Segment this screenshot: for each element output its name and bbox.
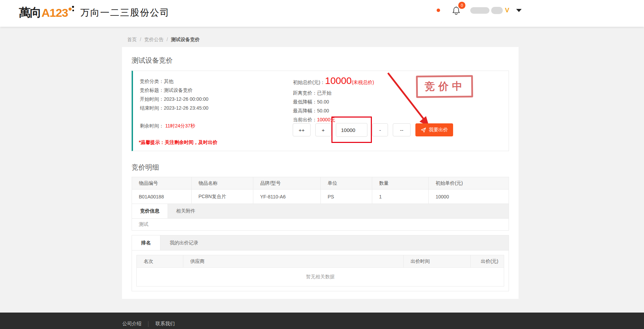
field-min-decrement: 最低降幅：50.00 xyxy=(293,97,374,106)
col-initial-unit-price: 初始单价(元) xyxy=(429,177,509,190)
page-footer: 公司介绍 │ 联系我们 Copyright © 2020 万向一二三股份公司. … xyxy=(0,313,644,329)
detail-section-title: 竞价明细 xyxy=(132,163,509,172)
chevron-down-icon xyxy=(516,9,522,12)
empty-state-text: 暂无相关数据 xyxy=(137,268,504,287)
bidding-in-progress-stamp: 竞价中 xyxy=(416,75,473,98)
bid-controls: ++ + - -- 我要出价 xyxy=(293,123,453,137)
col-unit: 单位 xyxy=(321,177,372,190)
company-logo[interactable]: 萬向 A123 万向一二三股份公司 xyxy=(19,5,170,21)
warm-tip: *温馨提示：关注剩余时间，及时出价 xyxy=(139,139,217,146)
breadcrumb-separator: / xyxy=(140,37,141,43)
breadcrumb: 首页 / 竞价公告 / 测试设备竞价 xyxy=(122,27,519,43)
initial-total-value: 10000 xyxy=(325,75,352,86)
tab-ranking[interactable]: 排名 xyxy=(132,235,160,250)
col-item-no: 物品编号 xyxy=(132,177,192,190)
field-distance: 距离竞价：已开始 xyxy=(293,88,374,97)
breadcrumb-current: 测试设备竞价 xyxy=(171,37,200,43)
notification-badge: 0 xyxy=(458,2,465,9)
field-max-decrement: 最高降幅：50.00 xyxy=(293,106,374,115)
breadcrumb-separator: / xyxy=(167,37,168,43)
ranking-empty-row: 暂无相关数据 xyxy=(137,268,504,287)
ranking-table: 名次 供应商 出价时间 出价(元) 暂无相关数据 xyxy=(136,255,504,287)
redacted-username-2 xyxy=(491,7,503,14)
col-bid-amount: 出价(元) xyxy=(471,255,504,268)
footer-divider: │ xyxy=(147,321,150,327)
col-bid-time: 出价时间 xyxy=(404,255,471,268)
bid-amount-input[interactable] xyxy=(336,123,367,137)
status-dot xyxy=(437,9,440,12)
logo-dots-icon xyxy=(68,7,75,19)
cell-item-name: PCBN复合片 xyxy=(192,190,253,204)
field-start-time: 开始时间：2023-12-26 00:00:00 xyxy=(140,95,208,103)
tab-bid-info[interactable]: 竞价信息 xyxy=(132,204,168,218)
logo-en-text: A123 xyxy=(41,6,68,20)
submit-bid-button[interactable]: 我要出价 xyxy=(415,123,453,136)
col-brand-model: 品牌/型号 xyxy=(253,177,321,190)
cell-brand-model: YF-8110-A6 xyxy=(253,190,321,204)
detail-table: 物品编号 物品名称 品牌/型号 单位 数量 初始单价(元) B01A00188 … xyxy=(132,177,509,204)
app-header: 萬向 A123 万向一二三股份公司 0 V xyxy=(0,0,644,27)
footer-links: 公司介绍 │ 联系我们 xyxy=(122,321,644,327)
cell-initial-unit-price: 10000 xyxy=(429,190,509,204)
company-name: 万向一二三股份公司 xyxy=(80,7,170,19)
cell-unit: PS xyxy=(321,190,372,204)
ranking-tabbar: 排名 我的出价记录 xyxy=(132,235,509,251)
increase-button[interactable]: + xyxy=(315,123,331,136)
logo-cn-text: 萬向 xyxy=(19,5,41,21)
bid-input-wrap xyxy=(336,123,367,137)
send-icon xyxy=(421,127,426,133)
detail-table-row: B01A00188 PCBN复合片 YF-8110-A6 PS 1 10000 xyxy=(132,190,509,204)
page-title: 测试设备竞价 xyxy=(132,56,509,65)
current-bid-value: 10000元 xyxy=(317,117,335,122)
tab-attachments[interactable]: 相关附件 xyxy=(168,204,204,218)
auction-fields-left: 竞价分类：其他 竞价标题：测试设备竞价 开始时间：2023-12-26 00:0… xyxy=(140,77,208,112)
tab-my-bid-records[interactable]: 我的出价记录 xyxy=(160,235,208,250)
header-right-cluster: 0 V xyxy=(437,3,522,17)
bid-info-content: 测试 xyxy=(132,219,509,231)
breadcrumb-home[interactable]: 首页 xyxy=(127,37,137,43)
redacted-username xyxy=(470,7,489,14)
detail-table-header-row: 物品编号 物品名称 品牌/型号 单位 数量 初始单价(元) xyxy=(132,177,509,190)
breadcrumb-announcements[interactable]: 竞价公告 xyxy=(144,37,163,43)
detail-tabbar: 竞价信息 相关附件 xyxy=(132,204,509,219)
user-menu[interactable]: V xyxy=(470,7,522,14)
field-remaining-time: 剩余时间： 11时24分37秒 xyxy=(140,123,195,129)
ranking-table-header-row: 名次 供应商 出价时间 出价(元) xyxy=(137,255,504,268)
cell-item-no: B01A00188 xyxy=(132,190,192,204)
field-title: 竞价标题：测试设备竞价 xyxy=(140,86,208,95)
col-item-name: 物品名称 xyxy=(192,177,253,190)
footer-link-contact[interactable]: 联系我们 xyxy=(156,321,175,327)
auction-fields-right: 初始总价(元)：10000(未税总价) 距离竞价：已开始 最低降幅：50.00 … xyxy=(293,76,374,124)
user-suffix: V xyxy=(505,7,509,14)
remaining-time-value: 11时24分37秒 xyxy=(165,123,195,129)
field-category: 竞价分类：其他 xyxy=(140,77,208,86)
col-rank: 名次 xyxy=(137,255,183,268)
decrease-button[interactable]: - xyxy=(372,123,388,136)
auction-card: 测试设备竞价 竞价分类：其他 竞价标题：测试设备竞价 开始时间：2023-12-… xyxy=(122,47,519,299)
notification-bell[interactable]: 0 xyxy=(452,5,461,15)
auction-info-box: 竞价分类：其他 竞价标题：测试设备竞价 开始时间：2023-12-26 00:0… xyxy=(132,71,509,151)
main-container: 首页 / 竞价公告 / 测试设备竞价 测试设备竞价 竞价分类：其他 竞价标题：测… xyxy=(122,27,519,299)
cell-quantity: 1 xyxy=(372,190,429,204)
decrease-large-button[interactable]: -- xyxy=(393,123,411,136)
col-quantity: 数量 xyxy=(372,177,429,190)
increase-large-button[interactable]: ++ xyxy=(293,123,311,136)
footer-link-about[interactable]: 公司介绍 xyxy=(122,321,142,327)
ranking-table-wrap: 名次 供应商 出价时间 出价(元) 暂无相关数据 xyxy=(136,255,504,287)
field-end-time: 结束时间：2023-12-26 23:45:00 xyxy=(140,103,208,112)
col-supplier: 供应商 xyxy=(183,255,404,268)
ranking-box: 排名 我的出价记录 名次 供应商 出价时间 出价(元) 暂无相关数据 xyxy=(132,235,509,291)
field-initial-total: 初始总价(元)：10000(未税总价) xyxy=(293,76,374,87)
